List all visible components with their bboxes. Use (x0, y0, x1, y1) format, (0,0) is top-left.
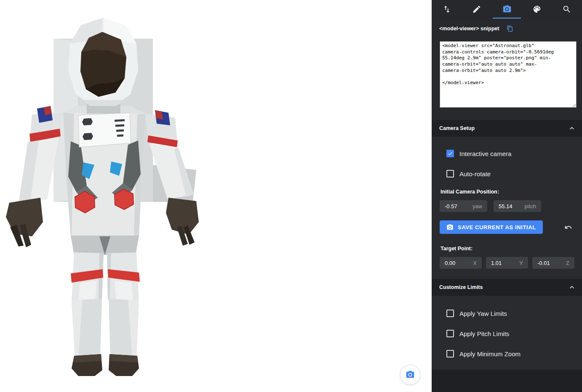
apply-minimum-zoom-row[interactable]: Apply Minimum Zoom (432, 350, 582, 358)
pitch-value: 55.14 (499, 203, 513, 209)
target-z-field[interactable]: -0.01 Z (532, 257, 574, 269)
save-current-as-initial-button[interactable]: SAVE CURRENT AS INITIAL (440, 220, 543, 234)
tab-inspector[interactable] (552, 0, 582, 19)
apply-yaw-limits-label: Apply Yaw Limits (459, 310, 507, 317)
customize-limits-header[interactable]: Customize Limits (432, 279, 582, 296)
target-z-suffix: Z (566, 260, 569, 266)
tab-import-export[interactable] (432, 0, 462, 19)
undo-icon[interactable] (564, 223, 572, 231)
save-button-label: SAVE CURRENT AS INITIAL (458, 224, 536, 230)
target-x-value: 0.00 (445, 260, 455, 266)
target-x-field[interactable]: 0.00 X (440, 257, 482, 269)
apply-minimum-zoom-checkbox[interactable] (446, 350, 454, 358)
apply-pitch-limits-label: Apply Pitch Limits (459, 330, 509, 337)
camera-icon (406, 370, 415, 379)
model-viewport[interactable] (0, 0, 432, 392)
camera-icon (446, 224, 454, 231)
import-export-icon (442, 5, 451, 14)
target-z-value: -0.01 (537, 260, 550, 266)
astronaut-model[interactable] (0, 0, 432, 392)
tab-camera[interactable] (492, 0, 522, 19)
auto-rotate-checkbox[interactable] (446, 170, 454, 177)
pitch-suffix: pitch (525, 203, 536, 209)
pitch-field[interactable]: 55.14 pitch (494, 200, 541, 212)
panel-tab-bar (432, 0, 582, 19)
snippet-section: <model-viewer> snippet <model-viewer src… (432, 19, 582, 120)
yaw-value: -0.57 (445, 203, 457, 209)
snippet-code-textarea[interactable]: <model-viewer src="Astronaut.glb" camera… (440, 41, 577, 108)
target-point-fields: 0.00 X 1.01 Y -0.01 Z (440, 257, 582, 269)
target-y-suffix: Y (519, 260, 523, 266)
yaw-field[interactable]: -0.57 yaw (440, 200, 487, 212)
initial-camera-position-label: Initial Camera Position: (441, 189, 582, 195)
apply-pitch-limits-checkbox[interactable] (446, 330, 454, 337)
editor-panel: <model-viewer> snippet <model-viewer src… (432, 0, 582, 392)
palette-icon (532, 5, 542, 14)
target-y-field[interactable]: 1.01 Y (486, 257, 528, 269)
copy-snippet-button[interactable] (507, 25, 513, 32)
apply-pitch-limits-row[interactable]: Apply Pitch Limits (432, 329, 582, 338)
customize-limits-content: Apply Yaw Limits Apply Pitch Limits Appl… (432, 296, 582, 370)
tab-edit[interactable] (462, 0, 491, 19)
camera-setup-title: Camera Setup (439, 125, 475, 131)
target-x-suffix: X (473, 260, 477, 266)
chevron-up-icon[interactable] (568, 283, 576, 291)
screenshot-fab-button[interactable] (400, 365, 420, 385)
target-y-value: 1.01 (491, 260, 502, 266)
auto-rotate-row[interactable]: Auto-rotate (432, 170, 582, 178)
camera-setup-header[interactable]: Camera Setup (432, 120, 582, 137)
tab-materials[interactable] (522, 0, 552, 19)
search-icon (562, 5, 571, 14)
camera-setup-content: Interactive camera Auto-rotate Initial C… (432, 137, 582, 279)
interactive-camera-label: Interactive camera (459, 150, 511, 157)
pencil-icon (472, 5, 481, 14)
apply-minimum-zoom-label: Apply Minimum Zoom (459, 350, 521, 358)
customize-limits-title: Customize Limits (439, 284, 483, 290)
yaw-suffix: yaw (473, 203, 482, 209)
auto-rotate-label: Auto-rotate (459, 170, 491, 177)
apply-yaw-limits-checkbox[interactable] (446, 310, 454, 317)
target-point-label: Target Point: (441, 246, 582, 252)
snippet-title: <model-viewer> snippet (439, 26, 499, 32)
copy-icon (507, 25, 513, 32)
apply-yaw-limits-row[interactable]: Apply Yaw Limits (432, 309, 582, 318)
save-row: SAVE CURRENT AS INITIAL (440, 220, 577, 234)
camera-icon (502, 5, 512, 14)
chevron-up-icon[interactable] (568, 124, 576, 132)
interactive-camera-checkbox[interactable] (446, 150, 454, 157)
interactive-camera-row[interactable]: Interactive camera (432, 149, 582, 158)
initial-position-fields: -0.57 yaw 55.14 pitch (440, 200, 582, 212)
